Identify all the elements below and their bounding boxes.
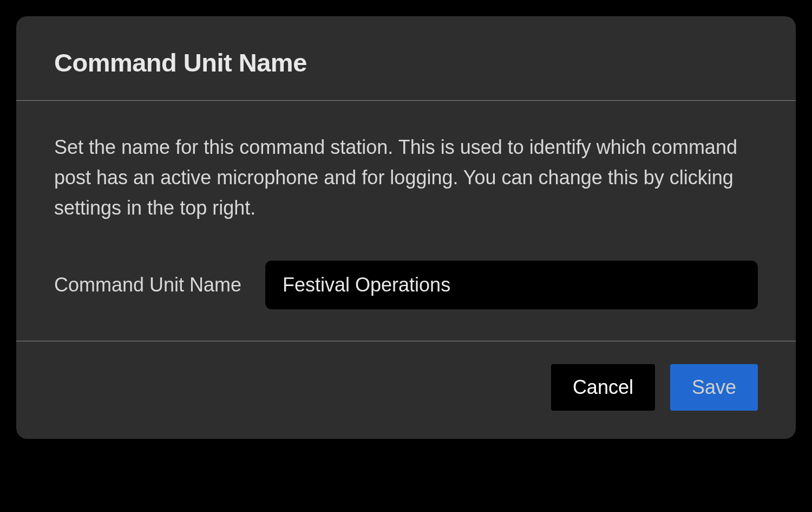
save-button[interactable]: Save [670, 364, 758, 411]
modal-description: Set the name for this command station. T… [54, 132, 758, 223]
command-unit-name-modal: Command Unit Name Set the name for this … [16, 16, 796, 439]
cancel-button[interactable]: Cancel [551, 364, 655, 411]
command-unit-name-input[interactable] [265, 261, 758, 309]
modal-title: Command Unit Name [54, 48, 758, 77]
modal-body: Set the name for this command station. T… [16, 101, 796, 341]
modal-header: Command Unit Name [16, 16, 796, 100]
form-row: Command Unit Name [54, 261, 758, 309]
modal-footer: Cancel Save [16, 341, 796, 439]
command-unit-name-label: Command Unit Name [54, 270, 244, 300]
